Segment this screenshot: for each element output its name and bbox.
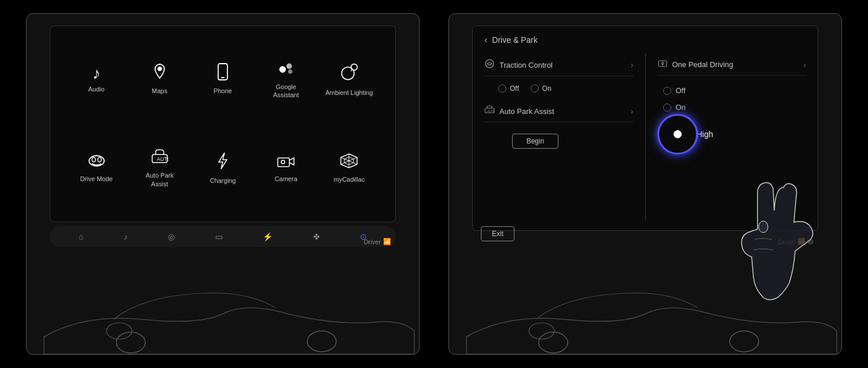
- one-pedal-title: One Pedal Driving: [657, 58, 734, 71]
- auto-park-label: Auto ParkAssist: [146, 171, 174, 188]
- svg-point-30: [759, 221, 768, 233]
- nav-audio-icon[interactable]: ♪: [124, 232, 128, 241]
- nav-home-icon[interactable]: ⌂: [79, 232, 83, 241]
- app-camera[interactable]: Camera: [258, 149, 315, 187]
- app-grid: ♪ Audio Maps: [50, 26, 395, 222]
- svg-point-31: [539, 332, 568, 353]
- begin-button[interactable]: Begin: [512, 134, 558, 149]
- svg-rect-14: [278, 158, 289, 167]
- svg-point-15: [281, 160, 285, 164]
- drive-mode-label-text: Drive Mode: [80, 175, 112, 183]
- left-col: Traction Control › Off On: [484, 54, 646, 220]
- audio-icon: ♪: [93, 65, 101, 82]
- back-title: Drive & Park: [492, 35, 538, 45]
- ga-label: Google Assistant: [273, 83, 299, 100]
- app-charging[interactable]: Charging: [194, 147, 251, 189]
- maps-icon: [152, 63, 167, 83]
- phone-icon: [217, 63, 229, 83]
- drive-mode-icon: [88, 153, 105, 171]
- svg-point-32: [730, 331, 759, 352]
- app-ambient-lighting[interactable]: Ambient Lighting: [321, 57, 378, 101]
- traction-off-label: Off: [510, 84, 519, 93]
- ga-icon: [276, 60, 296, 79]
- svg-point-21: [116, 332, 145, 353]
- traction-radio-group: Off On: [484, 81, 634, 96]
- camera-label: Camera: [275, 175, 297, 183]
- app-google-assistant[interactable]: Google Assistant: [258, 55, 315, 104]
- my-cadillac-label: myCadillac: [333, 175, 365, 183]
- svg-marker-13: [219, 153, 227, 169]
- traction-control-row: Traction Control ›: [484, 54, 634, 76]
- car-sketch-right: [449, 244, 842, 354]
- svg-text:AUTO: AUTO: [157, 156, 168, 162]
- nav-settings-icon[interactable]: ✤: [313, 232, 320, 241]
- svg-text:AUTO: AUTO: [487, 109, 495, 113]
- traction-on-label: On: [542, 84, 551, 93]
- one-pedal-high-label: High: [697, 130, 713, 139]
- one-pedal-icon: [657, 58, 668, 71]
- svg-point-22: [307, 331, 336, 352]
- audio-label: Audio: [89, 85, 105, 93]
- main-container: ♪ Audio Maps: [0, 0, 868, 368]
- auto-park-label-row: AUTO Auto Park Assist: [484, 105, 554, 117]
- phone-label: Phone: [214, 87, 232, 95]
- svg-point-24: [486, 60, 494, 68]
- traction-icon: [484, 58, 495, 71]
- app-auto-park-assist[interactable]: AUTO Auto ParkAssist: [131, 144, 188, 193]
- exit-button[interactable]: Exit: [481, 226, 514, 241]
- svg-point-5: [288, 69, 293, 74]
- nav-maps-icon[interactable]: ◎: [168, 232, 175, 241]
- charging-label: Charging: [210, 176, 236, 185]
- auto-park-text: Auto Park Assist: [499, 107, 554, 116]
- svg-point-4: [286, 63, 292, 68]
- one-pedal-off[interactable]: Off: [660, 84, 807, 97]
- back-nav: ‹ Drive & Park: [484, 35, 806, 45]
- app-maps[interactable]: Maps: [131, 58, 188, 100]
- traction-on-option[interactable]: On: [531, 84, 551, 93]
- one-pedal-on-circle: [663, 104, 671, 112]
- ambient-lighting-icon: [339, 62, 359, 85]
- maps-label: Maps: [152, 87, 167, 95]
- left-panel: ♪ Audio Maps: [26, 13, 420, 355]
- app-phone[interactable]: Phone: [194, 58, 251, 100]
- svg-point-3: [279, 66, 286, 72]
- cadillac-icon: [339, 153, 359, 172]
- car-sketch-left: [27, 244, 420, 354]
- auto-park-chevron[interactable]: ›: [631, 106, 634, 116]
- app-my-cadillac[interactable]: myCadillac: [321, 148, 378, 188]
- finger-area: [737, 130, 807, 234]
- traction-control-text: Traction Control: [499, 61, 553, 69]
- camera-icon: [277, 153, 295, 171]
- charging-icon: [216, 152, 229, 173]
- one-pedal-high-circle: [674, 130, 682, 138]
- auto-park-icon: AUTO: [151, 149, 168, 168]
- app-audio[interactable]: ♪ Audio: [68, 61, 125, 98]
- one-pedal-off-label: Off: [676, 86, 686, 95]
- nav-phone-icon[interactable]: ▭: [215, 232, 223, 241]
- right-panel: ‹ Drive & Park: [448, 13, 842, 355]
- auto-park-row: AUTO Auto Park Assist ›: [484, 101, 634, 122]
- one-pedal-on-label: On: [676, 103, 686, 112]
- traction-off-circle: [498, 84, 506, 93]
- traction-control-label: Traction Control: [484, 58, 553, 71]
- one-pedal-text: One Pedal Driving: [672, 60, 734, 69]
- traction-off-option[interactable]: Off: [498, 84, 519, 93]
- traction-chevron[interactable]: ›: [631, 60, 634, 69]
- nav-charging-icon[interactable]: ⚡: [263, 232, 273, 241]
- svg-point-10: [98, 157, 101, 162]
- app-drive-mode[interactable]: Audio Drive Mode: [68, 149, 125, 187]
- one-pedal-chevron[interactable]: ›: [803, 60, 806, 69]
- traction-on-circle: [531, 84, 539, 93]
- one-pedal-header: One Pedal Driving ›: [657, 54, 807, 76]
- screen-area-left: ♪ Audio Maps: [50, 25, 396, 222]
- svg-point-9: [92, 157, 95, 162]
- svg-rect-2: [221, 77, 225, 78]
- ambient-lighting-label: Ambient Lighting: [325, 89, 373, 97]
- svg-point-6: [342, 67, 355, 80]
- one-pedal-off-circle: [663, 87, 671, 95]
- svg-point-0: [158, 67, 161, 71]
- one-pedal-on[interactable]: On: [660, 101, 807, 114]
- auto-park-icon-row: AUTO: [484, 105, 495, 117]
- back-arrow-icon[interactable]: ‹: [484, 35, 487, 45]
